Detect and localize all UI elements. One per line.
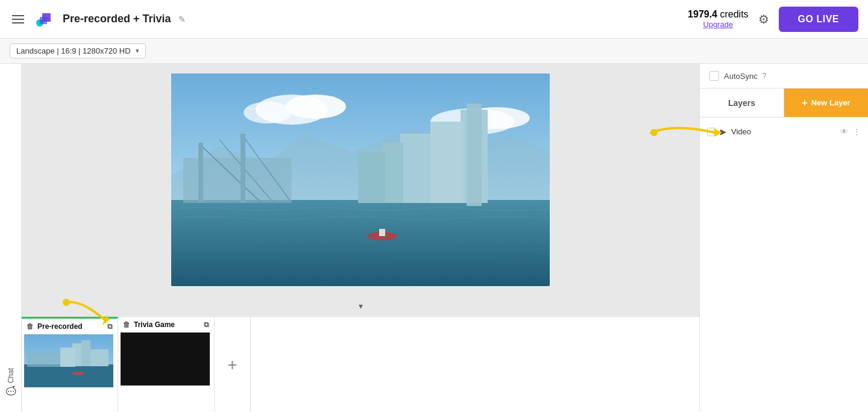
scene-name-prerecorded: Pre-recorded <box>37 322 83 331</box>
resolution-select[interactable]: Landscape | 16:9 | 1280x720 HD ▾ <box>10 43 146 58</box>
menu-button[interactable] <box>10 13 27 26</box>
center-column: ▾ 🗑 Pre-recorded ⧉ <box>22 64 699 412</box>
add-scene-button[interactable]: + <box>215 317 251 412</box>
credits-unit: credits <box>720 9 748 19</box>
settings-icon[interactable]: ⚙ <box>758 12 769 27</box>
scene-item-prerecorded[interactable]: 🗑 Pre-recorded ⧉ <box>22 317 118 412</box>
svg-rect-15 <box>382 143 403 203</box>
scene-thumbnail-trivia <box>121 332 212 410</box>
canvas-wrapper <box>22 64 699 296</box>
new-layer-label: New Layer <box>811 98 851 107</box>
layers-list: ▶ Video 👁 ⋮ <box>700 117 868 146</box>
new-layer-plus-icon: + <box>802 98 807 108</box>
chat-icon: 💬 <box>6 385 16 396</box>
autosync-label: AutoSync <box>724 72 758 81</box>
scene-header-left: 🗑 Pre-recorded <box>27 322 83 331</box>
sub-header: Landscape | 16:9 | 1280x720 HD ▾ <box>0 39 868 64</box>
scene-header-trivia: 🗑 Trivia Game ⧉ <box>118 317 214 332</box>
svg-rect-16 <box>358 152 385 203</box>
layer-visibility-icon[interactable]: 👁 <box>840 127 848 136</box>
header-right: 1979.4 credits Upgrade ⚙ GO LIVE <box>688 7 858 32</box>
scene-name-trivia: Trivia Game <box>134 320 175 329</box>
svg-rect-28 <box>81 340 90 366</box>
help-icon[interactable]: ? <box>763 72 767 80</box>
layers-tab[interactable]: Layers <box>700 89 784 117</box>
canvas-area: ▾ <box>22 64 699 316</box>
layers-tab-label: Layers <box>728 98 755 108</box>
canvas-collapse-icon[interactable]: ▾ <box>359 301 363 311</box>
app-logo <box>34 8 55 30</box>
autosync-checkbox[interactable] <box>709 71 719 81</box>
svg-rect-13 <box>430 122 464 203</box>
svg-marker-3 <box>40 17 47 24</box>
main-container: 💬 Chat <box>0 64 868 412</box>
header-left: Pre-recorded + Trivia ✎ <box>10 8 186 30</box>
new-layer-button[interactable]: + New Layer <box>784 89 868 117</box>
scene-delete-icon[interactable]: 🗑 <box>27 322 34 331</box>
scene-copy-icon[interactable]: ⧉ <box>107 322 113 331</box>
chat-sidebar-item[interactable]: 💬 Chat <box>6 363 16 401</box>
svg-rect-29 <box>60 348 75 367</box>
svg-rect-12 <box>467 104 482 206</box>
scene-item-trivia[interactable]: 🗑 Trivia Game ⧉ <box>118 317 215 412</box>
layer-name: Video <box>731 127 751 136</box>
svg-rect-22 <box>241 134 245 203</box>
go-live-button[interactable]: GO LIVE <box>779 7 858 32</box>
canvas-bottom-bar: ▾ <box>22 296 699 316</box>
header: Pre-recorded + Trivia ✎ 1979.4 credits U… <box>0 0 868 39</box>
credits-block: 1979.4 credits Upgrade <box>688 9 749 29</box>
resolution-label: Landscape | 16:9 | 1280x720 HD <box>16 46 131 55</box>
layer-item-video[interactable]: ▶ Video 👁 ⋮ <box>700 122 868 141</box>
svg-rect-24 <box>379 229 385 236</box>
scene-copy-icon-trivia[interactable]: ⧉ <box>204 320 209 329</box>
autosync-bar: AutoSync ? <box>700 64 868 89</box>
canvas-preview <box>171 73 550 286</box>
resolution-chevron-icon: ▾ <box>136 47 139 55</box>
svg-rect-26 <box>24 364 113 387</box>
edit-project-icon[interactable]: ✎ <box>178 14 186 24</box>
svg-rect-14 <box>400 134 430 203</box>
credits-value: 1979.4 <box>688 9 717 19</box>
svg-rect-21 <box>198 143 203 203</box>
svg-rect-31 <box>27 352 60 367</box>
scene-header-prerecorded: 🗑 Pre-recorded ⧉ <box>22 319 118 334</box>
scene-delete-icon-trivia[interactable]: 🗑 <box>123 320 130 329</box>
layer-video-icon: ▶ <box>720 127 726 136</box>
upgrade-link[interactable]: Upgrade <box>688 20 749 29</box>
chat-label: Chat <box>7 368 15 383</box>
layer-right: 👁 ⋮ <box>840 127 861 136</box>
canvas-scene-svg <box>171 73 550 286</box>
layer-left: ▶ Video <box>707 127 751 136</box>
scene-thumbnail-prerecorded <box>24 334 115 410</box>
layers-toolbar: Layers + New Layer <box>700 89 868 117</box>
add-scene-icon: + <box>227 355 237 375</box>
left-sidebar: 💬 Chat <box>0 64 22 412</box>
scene-header-left-trivia: 🗑 Trivia Game <box>123 320 175 329</box>
project-title: Pre-recorded + Trivia <box>63 13 171 25</box>
svg-rect-30 <box>90 349 108 366</box>
layer-checkbox[interactable] <box>707 128 715 136</box>
right-panel: AutoSync ? Layers + New Layer ▶ Video 👁 <box>699 64 868 412</box>
svg-rect-10 <box>171 200 550 286</box>
svg-point-32 <box>72 372 84 375</box>
scenes-row: 🗑 Pre-recorded ⧉ <box>22 316 699 412</box>
svg-point-6 <box>286 95 346 119</box>
layer-more-icon[interactable]: ⋮ <box>853 127 861 136</box>
svg-point-7 <box>244 102 292 123</box>
